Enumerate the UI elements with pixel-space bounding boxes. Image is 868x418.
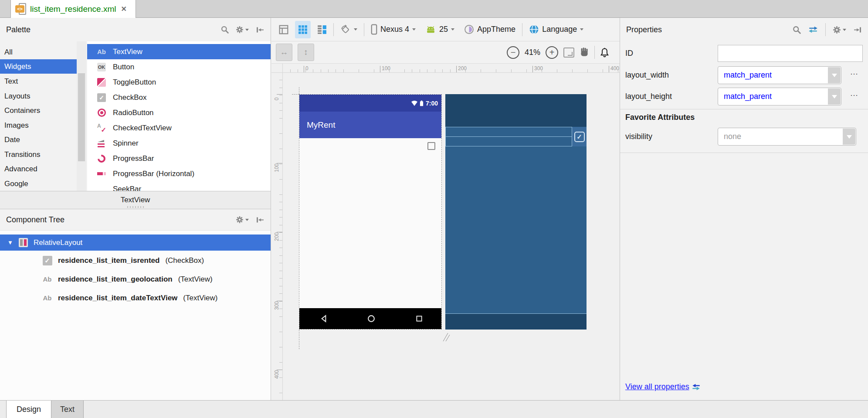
widget-seekbar[interactable]: SeekBar: [87, 181, 271, 191]
search-icon[interactable]: [793, 26, 801, 34]
widget-textview[interactable]: Ab TextView: [87, 44, 271, 59]
layout-width-combo[interactable]: match_parent: [718, 66, 841, 84]
search-icon[interactable]: [221, 26, 229, 34]
category-images[interactable]: Images: [0, 118, 77, 133]
gear-icon[interactable]: [833, 26, 846, 34]
togglebutton-icon: [97, 78, 106, 87]
category-date[interactable]: Date: [0, 133, 77, 147]
category-advanced[interactable]: Advanced: [0, 162, 77, 176]
collapse-panel-icon[interactable]: [256, 27, 264, 33]
zoom-in-button[interactable]: +: [546, 46, 558, 59]
phone-icon: [371, 24, 377, 35]
pan-hand-icon[interactable]: [580, 47, 589, 58]
category-widgets[interactable]: Widgets: [0, 59, 77, 74]
palette-widget-list: Ab TextView OK Button ToggleButton ✓ Che…: [87, 41, 271, 191]
match-height-button[interactable]: ↕: [298, 44, 314, 61]
widget-button[interactable]: OK Button: [87, 59, 271, 75]
category-scrollbar[interactable]: [77, 41, 86, 191]
blueprint-mode-button[interactable]: [295, 21, 311, 38]
vertical-ruler: 0 100 200 300 400: [271, 73, 283, 400]
device-preview[interactable]: 7:00 MyRent: [299, 94, 442, 330]
match-width-button[interactable]: ↔: [276, 44, 292, 61]
notifications-bell-icon[interactable]: [600, 48, 609, 58]
orientation-button[interactable]: [337, 21, 360, 38]
device-status-bar: 7:00: [299, 95, 441, 112]
zoom-toolbar: ↔ ↕ − 41% +: [271, 41, 620, 64]
category-containers[interactable]: Containers: [0, 103, 77, 118]
gear-icon[interactable]: [236, 26, 249, 34]
widget-spinner[interactable]: Spinner: [87, 136, 271, 151]
left-panel: Palette All Widgets Text Layouts Contain…: [0, 18, 271, 400]
horizontal-ruler: 0 100 200 300 400: [283, 64, 620, 73]
blueprint-preview[interactable]: ✓: [445, 94, 587, 330]
blueprint-textview-bounds[interactable]: [445, 136, 572, 146]
widget-checkbox[interactable]: ✓ CheckBox: [87, 90, 271, 105]
category-layouts[interactable]: Layouts: [0, 89, 77, 103]
tab-design[interactable]: Design: [6, 401, 51, 418]
palette-body: All Widgets Text Layouts Containers Imag…: [0, 41, 271, 191]
layout-height-more-button[interactable]: …: [848, 90, 860, 101]
component-tree: ▼ RelativeLayout ✓ residence_list_item_i…: [0, 231, 271, 400]
api-level-selector[interactable]: 25: [422, 21, 458, 38]
file-tab[interactable]: <> list_item_residence.xml ✕: [10, 0, 136, 18]
textview-icon: Ab: [42, 274, 52, 284]
tree-node-datetextview[interactable]: Ab residence_list_item_dateTextView (Tex…: [0, 289, 271, 307]
visibility-combo[interactable]: none: [718, 128, 856, 146]
widget-progressbar[interactable]: ProgressBar: [87, 151, 271, 166]
category-transitions[interactable]: Transitions: [0, 147, 77, 162]
textview-icon: Ab: [42, 293, 52, 303]
component-tree-title: Component Tree: [6, 215, 64, 224]
view-all-properties-link[interactable]: View all properties: [625, 382, 701, 391]
canvas-resize-handle[interactable]: [442, 332, 451, 342]
palette-header: Palette: [0, 18, 271, 41]
category-all[interactable]: All: [0, 45, 77, 59]
checkbox-icon: ✓: [97, 93, 106, 102]
tree-node-geolocation[interactable]: Ab residence_list_item_geolocation (Text…: [0, 270, 271, 289]
zoom-out-button[interactable]: −: [507, 46, 519, 59]
radiobutton-icon: [97, 108, 106, 118]
blueprint-textview-bounds[interactable]: [445, 127, 572, 137]
layout-height-label: layout_height: [625, 92, 672, 101]
visibility-label: visibility: [625, 132, 652, 141]
xml-file-icon: <>: [15, 3, 26, 15]
design-surface[interactable]: 7:00 MyRent: [283, 73, 620, 400]
properties-panel: Properties ID layout_width match_parent …: [620, 18, 868, 400]
device-selector[interactable]: Nexus 4: [368, 21, 419, 38]
tree-node-isrented[interactable]: ✓ residence_list_item_isrented (CheckBox…: [0, 251, 271, 270]
device-nav-bar: [299, 308, 441, 329]
layout-height-combo[interactable]: match_parent: [718, 88, 841, 105]
wifi-icon: [411, 101, 417, 106]
rendered-checkbox[interactable]: [427, 142, 435, 150]
tab-text[interactable]: Text: [51, 401, 84, 418]
collapse-panel-icon[interactable]: [853, 27, 862, 33]
id-input[interactable]: [718, 45, 863, 62]
palette-categories: All Widgets Text Layouts Containers Imag…: [0, 41, 87, 191]
widget-togglebutton[interactable]: ToggleButton: [87, 75, 271, 90]
widget-progressbar-horizontal[interactable]: ProgressBar (Horizontal): [87, 166, 271, 181]
splitter-handle[interactable]: [127, 206, 144, 208]
close-tab-icon[interactable]: ✕: [121, 5, 126, 13]
button-icon: OK: [97, 62, 106, 72]
chevron-down-icon[interactable]: [843, 129, 855, 145]
checkbox-icon: ✓: [42, 255, 52, 265]
editor-mode-bar: Design Text: [0, 400, 868, 418]
chevron-down-icon[interactable]: [828, 88, 841, 105]
category-text[interactable]: Text: [0, 74, 77, 88]
theme-selector[interactable]: AppTheme: [461, 21, 519, 38]
chevron-down-icon[interactable]: [828, 67, 841, 83]
zoom-fit-icon[interactable]: [563, 48, 574, 58]
switch-view-icon[interactable]: [808, 26, 818, 34]
widget-radiobutton[interactable]: RadioButton: [87, 105, 271, 120]
locale-selector[interactable]: Language: [526, 21, 587, 38]
widget-checkedtextview[interactable]: A✓ CheckedTextView: [87, 120, 271, 136]
gear-icon[interactable]: [236, 216, 249, 224]
tree-node-relativelayout[interactable]: ▼ RelativeLayout: [0, 234, 271, 251]
layout-width-more-button[interactable]: …: [848, 69, 860, 79]
collapse-panel-icon[interactable]: [256, 217, 264, 223]
blueprint-checkbox-bounds[interactable]: ✓: [572, 127, 587, 146]
design-mode-button[interactable]: [276, 21, 292, 38]
expander-icon[interactable]: ▼: [7, 239, 13, 246]
split-mode-button[interactable]: [314, 21, 330, 38]
category-google[interactable]: Google: [0, 177, 77, 191]
nav-recents-icon: [415, 314, 423, 323]
